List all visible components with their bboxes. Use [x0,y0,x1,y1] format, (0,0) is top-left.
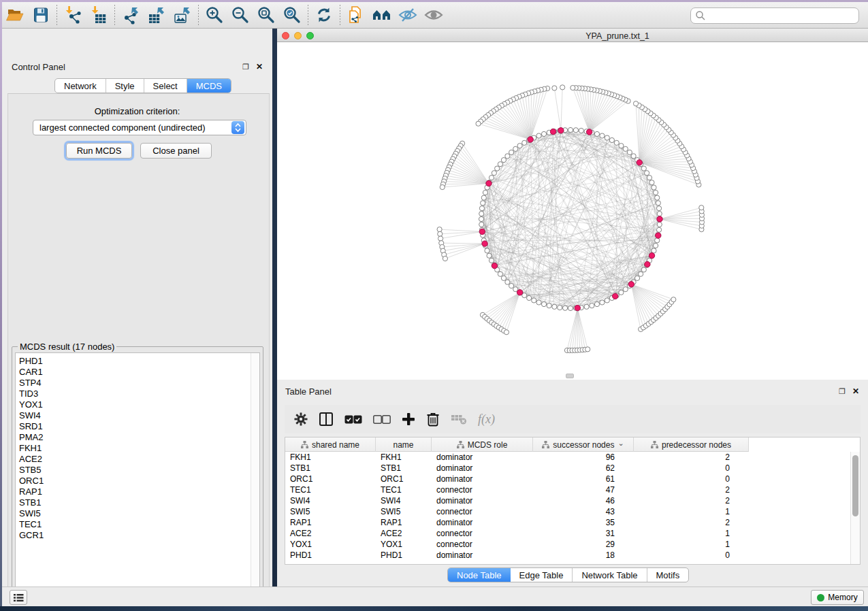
memory-button[interactable]: Memory [811,590,864,605]
mcds-result-item[interactable]: TID3 [16,389,250,399]
graph-node[interactable] [485,248,489,253]
graph-node[interactable] [605,298,609,303]
graph-node[interactable] [653,243,658,248]
open-file-button[interactable] [2,3,28,27]
close-panel-icon[interactable]: ✕ [852,387,859,395]
mcds-result-list[interactable]: PHD1CAR1STP4TID3YOX1SWI4SRD1PMA2FKH1ACE2… [15,352,260,595]
mcds-result-item[interactable]: YOX1 [16,399,250,410]
graph-leaf-node[interactable] [440,184,445,189]
graph-mcds-node[interactable] [637,160,642,165]
run-mcds-button[interactable]: Run MCDS [66,143,132,159]
graph-node[interactable] [657,222,662,227]
graph-node[interactable] [558,305,562,310]
graph-leaf-node[interactable] [443,256,447,261]
table-row[interactable]: FKH1FKH1dominator962 [285,452,850,463]
panel-splitter-grip[interactable] [566,374,574,378]
mcds-result-item[interactable]: SRD1 [16,421,250,432]
graph-node[interactable] [600,300,605,305]
graph-node[interactable] [594,131,599,136]
graph-node[interactable] [594,301,599,306]
table-row[interactable]: TEC1TEC1connector472 [285,484,850,495]
graph-mcds-node[interactable] [628,282,634,287]
table-settings-button[interactable] [294,409,308,429]
mcds-result-item[interactable]: ACE2 [16,454,250,465]
mcds-result-item[interactable]: PMA2 [16,432,250,443]
graph-node[interactable] [479,206,484,211]
graph-node[interactable] [547,303,551,308]
graph-node[interactable] [647,176,652,180]
graph-node[interactable] [656,227,661,232]
graph-mcds-node[interactable] [550,129,556,134]
search-input[interactable] [690,7,859,24]
mcds-result-item[interactable]: RAP1 [16,486,250,497]
graph-node[interactable] [653,190,658,195]
graph-leaf-node[interactable] [476,121,481,126]
graph-node[interactable] [505,280,510,284]
graph-node[interactable] [627,150,632,154]
column-header-shared-name[interactable]: shared name [285,437,376,452]
tab-node-table[interactable]: Node Table [448,568,511,582]
graph-node[interactable] [609,137,614,142]
column-header-successor-nodes[interactable]: successor nodes⌄ [533,437,634,452]
zoom-in-button[interactable] [202,3,227,27]
mcds-result-item[interactable]: STB1 [16,497,250,508]
graph-mcds-node[interactable] [528,137,533,142]
optimization-criterion-select[interactable]: largest connected component (undirected) [33,120,246,135]
graph-node[interactable] [656,201,660,205]
graph-leaf-node[interactable] [585,347,590,352]
mcds-result-item[interactable]: SWI4 [16,410,250,421]
graph-node[interactable] [479,211,484,216]
graph-mcds-node[interactable] [657,216,662,222]
graph-leaf-node[interactable] [671,297,676,302]
save-session-button[interactable] [28,3,54,27]
graph-node[interactable] [623,146,628,151]
graph-node[interactable] [479,216,483,221]
graph-node[interactable] [541,301,546,306]
table-row[interactable]: SWI5SWI5connector431 [285,506,850,517]
graph-node[interactable] [573,128,578,133]
table-scrollbar[interactable] [850,452,860,564]
column-header-MCDS-role[interactable]: MCDS role [432,437,533,452]
graph-leaf-node[interactable] [552,86,557,90]
table-row[interactable]: YOX1YOX1connector291 [285,539,850,550]
graph-node[interactable] [657,211,662,216]
add-row-button[interactable] [402,409,415,429]
graph-node[interactable] [483,190,487,195]
graph-mcds-node[interactable] [479,229,485,234]
graph-node[interactable] [655,238,660,243]
mcds-result-item[interactable]: TEC1 [16,519,250,530]
network-graph-canvas[interactable] [277,42,868,380]
graph-node[interactable] [562,306,567,310]
float-panel-icon[interactable]: ❐ [242,63,249,71]
graph-mcds-node[interactable] [492,263,497,268]
close-panel-button[interactable]: Close panel [140,143,212,159]
close-window-icon[interactable] [282,32,289,39]
graph-node[interactable] [489,176,494,180]
graph-node[interactable] [487,253,492,258]
graph-node[interactable] [614,140,619,145]
show-all-button[interactable] [421,3,447,27]
mcds-list-scrollbar[interactable] [251,353,259,595]
graph-node[interactable] [517,144,522,148]
tab-select[interactable]: Select [144,79,187,93]
graph-node[interactable] [479,222,484,227]
graph-node[interactable] [568,127,573,132]
graph-node[interactable] [552,304,557,309]
maximize-window-icon[interactable] [306,32,314,39]
graph-node[interactable] [536,133,541,138]
graph-mcds-node[interactable] [612,293,617,299]
graph-node[interactable] [536,300,541,305]
graph-node[interactable] [509,150,514,154]
graph-node[interactable] [492,171,496,176]
tab-network-table[interactable]: Network Table [573,568,647,582]
import-network-button[interactable] [60,3,86,27]
graph-node[interactable] [639,271,643,276]
graph-node[interactable] [645,171,649,176]
graph-leaf-node[interactable] [438,231,443,236]
tab-motifs[interactable]: Motifs [647,568,689,582]
tab-network[interactable]: Network [55,79,106,93]
float-panel-icon[interactable]: ❐ [839,388,846,395]
column-header-predecessor-nodes[interactable]: predecessor nodes [634,437,749,452]
graph-node[interactable] [527,295,532,300]
graph-node[interactable] [584,304,589,309]
